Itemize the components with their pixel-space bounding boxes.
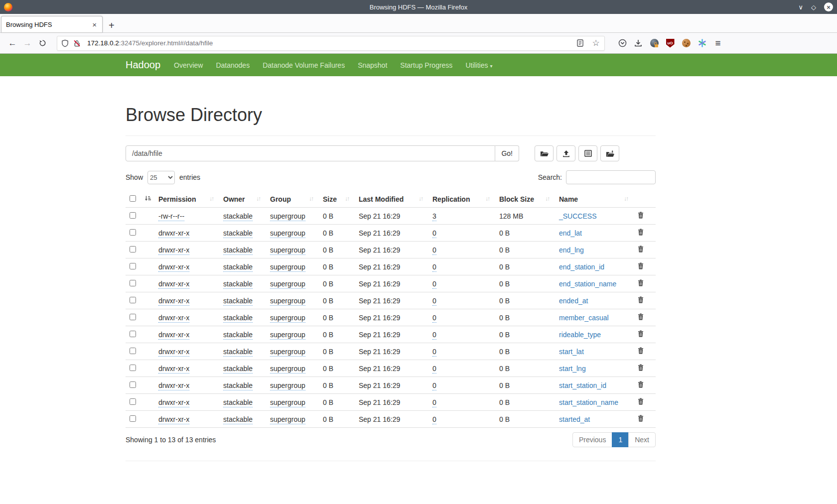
delete-button[interactable]	[638, 347, 644, 356]
replication-value[interactable]: 0	[432, 246, 436, 255]
owner-value[interactable]: stackable	[223, 229, 253, 238]
owner-value[interactable]: stackable	[223, 280, 253, 289]
permission-value[interactable]: drwxr-xr-x	[158, 365, 189, 374]
delete-button[interactable]	[638, 398, 644, 406]
header-block-size[interactable]: Block Size↓↑	[495, 192, 555, 208]
bookmark-star-icon[interactable]: ☆	[591, 39, 600, 48]
ublock-icon[interactable]: uO	[666, 39, 675, 48]
header-size[interactable]: Size↓↑	[319, 192, 355, 208]
group-value[interactable]: supergroup	[270, 246, 305, 255]
group-value[interactable]: supergroup	[270, 297, 305, 306]
replication-value[interactable]: 0	[432, 398, 436, 407]
reload-button[interactable]	[35, 36, 50, 50]
row-checkbox[interactable]	[130, 415, 136, 422]
group-value[interactable]: supergroup	[270, 348, 305, 357]
file-link[interactable]: member_casual	[559, 314, 609, 322]
permission-value[interactable]: drwxr-xr-x	[158, 398, 189, 407]
hamburger-menu-icon[interactable]: ≡	[713, 39, 722, 48]
delete-button[interactable]	[638, 262, 644, 271]
new-tab-button[interactable]: +	[109, 20, 115, 30]
nav-item-utilities[interactable]: Utilities▾	[459, 61, 499, 69]
delete-button[interactable]	[638, 212, 644, 220]
group-value[interactable]: supergroup	[270, 280, 305, 289]
replication-value[interactable]: 0	[432, 314, 436, 323]
pagination-previous[interactable]: Previous	[572, 432, 612, 447]
group-value[interactable]: supergroup	[270, 415, 305, 424]
group-value[interactable]: supergroup	[270, 398, 305, 407]
delete-button[interactable]	[638, 246, 644, 254]
sort-indicator-column[interactable]	[140, 192, 154, 208]
forward-button[interactable]: →	[20, 36, 35, 50]
delete-button[interactable]	[638, 229, 644, 237]
owner-value[interactable]: stackable	[223, 212, 253, 221]
cookie-extension-icon[interactable]	[682, 39, 691, 48]
nav-item-startup-progress[interactable]: Startup Progress	[394, 61, 459, 69]
row-checkbox[interactable]	[130, 381, 136, 388]
group-value[interactable]: supergroup	[270, 331, 305, 340]
file-link[interactable]: end_station_id	[559, 263, 604, 271]
permission-value[interactable]: drwxr-xr-x	[158, 331, 189, 340]
file-link[interactable]: start_station_name	[559, 398, 618, 406]
paste-to-directory-button[interactable]	[600, 145, 619, 161]
row-checkbox[interactable]	[130, 246, 136, 252]
header-last-modified[interactable]: Last Modified↓↑	[355, 192, 428, 208]
row-checkbox[interactable]	[130, 212, 136, 219]
delete-button[interactable]	[638, 415, 644, 423]
search-input[interactable]	[566, 170, 656, 184]
replication-value[interactable]: 0	[432, 297, 436, 306]
window-maximize-button[interactable]: ◇	[811, 4, 816, 10]
directory-path-input[interactable]	[126, 145, 495, 161]
row-checkbox[interactable]	[130, 280, 136, 286]
tracking-shield-icon[interactable]	[61, 39, 69, 47]
pocket-icon[interactable]	[618, 39, 627, 48]
replication-value[interactable]: 3	[432, 212, 436, 221]
owner-value[interactable]: stackable	[223, 398, 253, 407]
file-link[interactable]: ended_at	[559, 297, 588, 305]
delete-button[interactable]	[638, 296, 644, 305]
replication-value[interactable]: 0	[432, 415, 436, 424]
select-all-checkbox[interactable]	[130, 195, 136, 202]
file-link[interactable]: started_at	[559, 415, 590, 423]
permission-value[interactable]: drwxr-xr-x	[158, 263, 189, 272]
tab-close-icon[interactable]: ×	[91, 20, 98, 29]
group-value[interactable]: supergroup	[270, 263, 305, 272]
row-checkbox[interactable]	[130, 314, 136, 320]
header-group[interactable]: Group↓↑	[266, 192, 319, 208]
owner-value[interactable]: stackable	[223, 331, 253, 340]
file-link[interactable]: end_lng	[559, 246, 584, 254]
replication-value[interactable]: 0	[432, 263, 436, 272]
owner-value[interactable]: stackable	[223, 381, 253, 390]
delete-button[interactable]	[638, 313, 644, 322]
replication-value[interactable]: 0	[432, 381, 436, 390]
download-icon[interactable]	[634, 39, 643, 48]
owner-value[interactable]: stackable	[223, 365, 253, 374]
window-close-button[interactable]: ×	[824, 2, 833, 11]
pagination-page-1[interactable]: 1	[612, 432, 629, 447]
permission-value[interactable]: -rw-r--r--	[158, 212, 184, 221]
header-replication[interactable]: Replication↓↑	[428, 192, 495, 208]
back-button[interactable]: ←	[5, 36, 20, 50]
row-checkbox[interactable]	[130, 297, 136, 303]
url-text[interactable]: 172.18.0.2:32475/explorer.html#/data/hfi…	[87, 39, 571, 47]
permission-value[interactable]: drwxr-xr-x	[158, 229, 189, 238]
privacy-extension-icon[interactable]	[650, 39, 659, 48]
permission-value[interactable]: drwxr-xr-x	[158, 297, 189, 306]
permission-value[interactable]: drwxr-xr-x	[158, 314, 189, 323]
file-link[interactable]: start_station_id	[559, 381, 606, 389]
replication-value[interactable]: 0	[432, 229, 436, 238]
file-list-button[interactable]	[578, 145, 597, 161]
owner-value[interactable]: stackable	[223, 314, 253, 323]
row-checkbox[interactable]	[130, 365, 136, 371]
file-link[interactable]: end_lat	[559, 229, 582, 237]
nav-item-overview[interactable]: Overview	[167, 61, 209, 69]
insecure-lock-icon[interactable]	[73, 39, 81, 47]
file-link[interactable]: rideable_type	[559, 331, 601, 339]
hadoop-brand[interactable]: Hadoop	[126, 59, 160, 71]
permission-value[interactable]: drwxr-xr-x	[158, 246, 189, 255]
delete-button[interactable]	[638, 364, 644, 373]
group-value[interactable]: supergroup	[270, 212, 305, 221]
header-permission[interactable]: Permission↓↑	[154, 192, 219, 208]
owner-value[interactable]: stackable	[223, 348, 253, 357]
create-directory-button[interactable]	[535, 145, 554, 161]
permission-value[interactable]: drwxr-xr-x	[158, 280, 189, 289]
